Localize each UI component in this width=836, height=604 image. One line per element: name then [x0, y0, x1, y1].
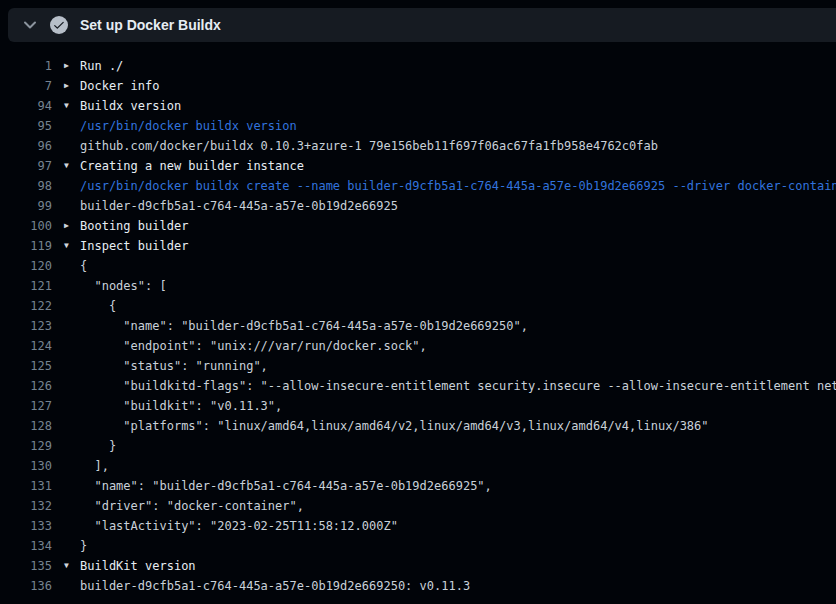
log-line: 119 ▼ Inspect builder [0, 236, 836, 256]
line-number[interactable]: 7 [6, 76, 52, 96]
log-line: 127 "buildkit": "v0.11.3", [0, 396, 836, 416]
log-line: 98 /usr/bin/docker buildx create --name … [0, 176, 836, 196]
log-text: "endpoint": "unix:///var/run/docker.sock… [80, 336, 427, 356]
chevron-down-icon[interactable] [22, 17, 38, 33]
group-toggle-icon[interactable]: ▶ [64, 216, 80, 236]
line-number[interactable]: 136 [6, 576, 52, 596]
log-text: Docker info [80, 76, 159, 96]
log-text: "lastActivity": "2023-02-25T11:58:12.000… [80, 516, 398, 536]
log-text: "buildkit": "v0.11.3", [80, 396, 282, 416]
log-line: 97 ▼ Creating a new builder instance [0, 156, 836, 176]
group-toggle-icon[interactable] [64, 336, 80, 356]
log-line: 136 builder-d9cfb5a1-c764-445a-a57e-0b19… [0, 576, 836, 596]
log-text: Buildx version [80, 96, 181, 116]
step-title: Set up Docker Buildx [80, 17, 221, 33]
log-line: 99 builder-d9cfb5a1-c764-445a-a57e-0b19d… [0, 196, 836, 216]
line-number[interactable]: 122 [6, 296, 52, 316]
line-number[interactable]: 128 [6, 416, 52, 436]
line-number[interactable]: 99 [6, 196, 52, 216]
log-line: 94 ▼ Buildx version [0, 96, 836, 116]
line-number[interactable]: 124 [6, 336, 52, 356]
log-text: "name": "builder-d9cfb5a1-c764-445a-a57e… [80, 316, 528, 336]
group-toggle-icon[interactable]: ▶ [64, 76, 80, 96]
line-number[interactable]: 130 [6, 456, 52, 476]
log-text: } [80, 436, 116, 456]
group-toggle-icon[interactable] [64, 536, 80, 556]
step-header[interactable]: Set up Docker Buildx [8, 8, 836, 42]
group-toggle-icon[interactable] [64, 116, 80, 136]
group-toggle-icon[interactable]: ▶ [64, 56, 80, 76]
group-toggle-icon[interactable] [64, 576, 80, 596]
group-toggle-icon[interactable] [64, 316, 80, 336]
log-text: { [80, 256, 87, 276]
group-toggle-icon[interactable] [64, 436, 80, 456]
line-number[interactable]: 97 [6, 156, 52, 176]
group-toggle-icon[interactable] [64, 396, 80, 416]
log-text: Creating a new builder instance [80, 156, 304, 176]
log-line: 132 "driver": "docker-container", [0, 496, 836, 516]
log-line: 129 } [0, 436, 836, 456]
log-line: 133 "lastActivity": "2023-02-25T11:58:12… [0, 516, 836, 536]
group-toggle-icon[interactable]: ▼ [64, 236, 80, 256]
log-line: 130 ], [0, 456, 836, 476]
line-number[interactable]: 131 [6, 476, 52, 496]
line-number[interactable]: 126 [6, 376, 52, 396]
line-number[interactable]: 135 [6, 556, 52, 576]
log-text: BuildKit version [80, 556, 196, 576]
line-number[interactable]: 125 [6, 356, 52, 376]
line-number[interactable]: 94 [6, 96, 52, 116]
log-line: 100 ▶ Booting builder [0, 216, 836, 236]
check-circle-icon [50, 16, 68, 34]
line-number[interactable]: 96 [6, 136, 52, 156]
log-line: 122 { [0, 296, 836, 316]
log-text: builder-d9cfb5a1-c764-445a-a57e-0b19d2e6… [80, 576, 470, 596]
log-line: 120 { [0, 256, 836, 276]
line-number[interactable]: 132 [6, 496, 52, 516]
group-toggle-icon[interactable] [64, 476, 80, 496]
group-toggle-icon[interactable] [64, 136, 80, 156]
group-toggle-icon[interactable]: ▼ [64, 96, 80, 116]
group-toggle-icon[interactable] [64, 176, 80, 196]
group-toggle-icon[interactable] [64, 496, 80, 516]
group-toggle-icon[interactable] [64, 516, 80, 536]
log-text: "platforms": "linux/amd64,linux/amd64/v2… [80, 416, 709, 436]
line-number[interactable]: 120 [6, 256, 52, 276]
line-number[interactable]: 100 [6, 216, 52, 236]
log-area: 1 ▶ Run ./ 7 ▶ Docker info 94 ▼ Buildx v… [0, 42, 836, 596]
log-text: "driver": "docker-container", [80, 496, 304, 516]
log-line: 135 ▼ BuildKit version [0, 556, 836, 576]
line-number[interactable]: 127 [6, 396, 52, 416]
log-line: 96 github.com/docker/buildx 0.10.3+azure… [0, 136, 836, 156]
group-toggle-icon[interactable] [64, 256, 80, 276]
log-line: 125 "status": "running", [0, 356, 836, 376]
group-toggle-icon[interactable] [64, 376, 80, 396]
group-toggle-icon[interactable] [64, 356, 80, 376]
line-number[interactable]: 123 [6, 316, 52, 336]
line-number[interactable]: 134 [6, 536, 52, 556]
log-line: 128 "platforms": "linux/amd64,linux/amd6… [0, 416, 836, 436]
log-text: /usr/bin/docker buildx version [80, 116, 297, 136]
group-toggle-icon[interactable] [64, 296, 80, 316]
line-number[interactable]: 121 [6, 276, 52, 296]
log-text: /usr/bin/docker buildx create --name bui… [80, 176, 836, 196]
log-line: 126 "buildkitd-flags": "--allow-insecure… [0, 376, 836, 396]
line-number[interactable]: 98 [6, 176, 52, 196]
group-toggle-icon[interactable] [64, 196, 80, 216]
group-toggle-icon[interactable] [64, 416, 80, 436]
line-number[interactable]: 133 [6, 516, 52, 536]
group-toggle-icon[interactable]: ▼ [64, 156, 80, 176]
log-line: 124 "endpoint": "unix:///var/run/docker.… [0, 336, 836, 356]
group-toggle-icon[interactable]: ▼ [64, 556, 80, 576]
line-number[interactable]: 119 [6, 236, 52, 256]
log-text: ], [80, 456, 109, 476]
line-number[interactable]: 95 [6, 116, 52, 136]
group-toggle-icon[interactable] [64, 456, 80, 476]
line-number[interactable]: 129 [6, 436, 52, 456]
log-text: Booting builder [80, 216, 188, 236]
group-toggle-icon[interactable] [64, 276, 80, 296]
log-line: 123 "name": "builder-d9cfb5a1-c764-445a-… [0, 316, 836, 336]
log-text: builder-d9cfb5a1-c764-445a-a57e-0b19d2e6… [80, 196, 398, 216]
log-text: "nodes": [ [80, 276, 167, 296]
line-number[interactable]: 1 [6, 56, 52, 76]
log-line: 95 /usr/bin/docker buildx version [0, 116, 836, 136]
